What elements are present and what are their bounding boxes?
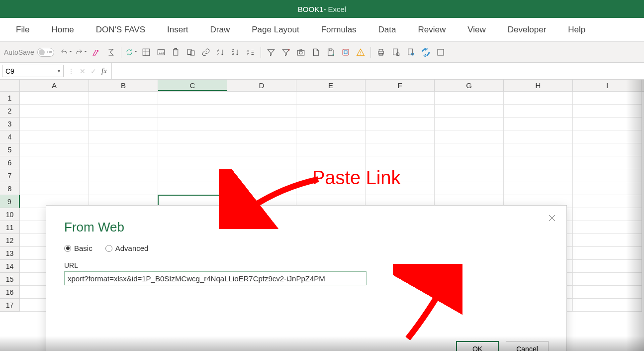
- cell[interactable]: [296, 92, 366, 105]
- addins-icon[interactable]: [340, 46, 352, 58]
- cell[interactable]: [20, 143, 89, 156]
- cell[interactable]: [573, 299, 642, 312]
- tab-insert[interactable]: Insert: [156, 18, 199, 41]
- paste-icon[interactable]: [170, 46, 182, 58]
- cell[interactable]: [20, 156, 89, 169]
- cell[interactable]: [366, 92, 435, 105]
- redo-icon[interactable]: [75, 46, 87, 58]
- cell[interactable]: [504, 130, 573, 143]
- cell[interactable]: [20, 182, 89, 195]
- cell[interactable]: [89, 156, 158, 169]
- cell[interactable]: [504, 182, 573, 195]
- cell[interactable]: [296, 105, 366, 117]
- sort-asc-icon[interactable]: AZ: [215, 46, 227, 58]
- cell[interactable]: [573, 247, 642, 260]
- row-header[interactable]: 7: [0, 169, 20, 182]
- cell[interactable]: [504, 105, 573, 117]
- cell[interactable]: [89, 117, 158, 130]
- tab-data[interactable]: Data: [368, 18, 407, 41]
- row-header[interactable]: 2: [0, 105, 20, 117]
- cell[interactable]: [20, 92, 89, 105]
- cell[interactable]: [158, 92, 227, 105]
- cell[interactable]: [573, 221, 642, 234]
- tab-home[interactable]: Home: [40, 18, 85, 41]
- cell[interactable]: [573, 182, 642, 195]
- chevron-down-icon[interactable]: ▾: [58, 68, 60, 74]
- cell[interactable]: [89, 105, 158, 117]
- autosave-toggle[interactable]: Off: [37, 48, 54, 57]
- col-header[interactable]: G: [435, 80, 504, 91]
- col-header[interactable]: B: [89, 80, 158, 91]
- radio-basic[interactable]: Basic: [64, 244, 92, 252]
- row-header[interactable]: 1: [0, 92, 20, 105]
- tab-help[interactable]: Help: [557, 18, 596, 41]
- cell[interactable]: [227, 169, 296, 182]
- cell[interactable]: [573, 234, 642, 247]
- clear-filter-icon[interactable]: [280, 46, 292, 58]
- sort-custom-icon[interactable]: AZ: [245, 46, 257, 58]
- tab-review[interactable]: Review: [407, 18, 457, 41]
- worksheet-grid[interactable]: A B C D E F G H I 1234567891011121314151…: [0, 80, 644, 351]
- new-file-icon[interactable]: [310, 46, 322, 58]
- page-setup-icon[interactable]: [405, 46, 417, 58]
- tab-dons-favs[interactable]: DON'S FAVS: [85, 18, 156, 41]
- cancel-button[interactable]: Cancel: [506, 341, 549, 351]
- cell[interactable]: [89, 92, 158, 105]
- name-box[interactable]: C9 ▾: [2, 65, 64, 77]
- tab-page-layout[interactable]: Page Layout: [241, 18, 310, 41]
- cell[interactable]: [366, 117, 435, 130]
- radio-advanced[interactable]: Advanced: [105, 244, 149, 252]
- cell[interactable]: [573, 130, 642, 143]
- tab-view[interactable]: View: [457, 18, 497, 41]
- cell[interactable]: [573, 195, 642, 208]
- fx-icon[interactable]: fx: [101, 67, 107, 75]
- cell[interactable]: [20, 130, 89, 143]
- cell[interactable]: [435, 105, 504, 117]
- tab-developer[interactable]: Developer: [497, 18, 557, 41]
- cell[interactable]: [435, 92, 504, 105]
- cell[interactable]: [227, 117, 296, 130]
- paste-special-icon[interactable]: [185, 46, 197, 58]
- save-as-icon[interactable]: [325, 46, 337, 58]
- cell[interactable]: [227, 92, 296, 105]
- cell[interactable]: [227, 105, 296, 117]
- cell[interactable]: [227, 130, 296, 143]
- cell[interactable]: [573, 273, 642, 286]
- cancel-formula-icon[interactable]: ✕: [80, 67, 86, 75]
- row-header[interactable]: 13: [0, 247, 20, 260]
- cell[interactable]: [20, 117, 89, 130]
- cell[interactable]: [366, 130, 435, 143]
- enter-formula-icon[interactable]: ✓: [91, 67, 96, 75]
- cell[interactable]: [89, 130, 158, 143]
- warning-icon[interactable]: [355, 46, 367, 58]
- cell[interactable]: [435, 130, 504, 143]
- cell[interactable]: [158, 169, 227, 182]
- filter-icon[interactable]: [265, 46, 277, 58]
- value-field-icon[interactable]: 123: [155, 46, 167, 58]
- select-all-corner[interactable]: [0, 80, 20, 91]
- col-header[interactable]: I: [573, 80, 642, 91]
- col-header[interactable]: D: [227, 80, 296, 91]
- cell[interactable]: [573, 105, 642, 117]
- cell[interactable]: [366, 143, 435, 156]
- cell[interactable]: [573, 260, 642, 273]
- row-header[interactable]: 3: [0, 117, 20, 130]
- cell[interactable]: [573, 92, 642, 105]
- cell[interactable]: [435, 156, 504, 169]
- link-icon[interactable]: [200, 46, 212, 58]
- cell[interactable]: [89, 169, 158, 182]
- cell[interactable]: [158, 117, 227, 130]
- refresh-icon[interactable]: [125, 46, 137, 58]
- row-header[interactable]: 9: [0, 195, 20, 208]
- cell[interactable]: [158, 130, 227, 143]
- col-header[interactable]: C: [158, 80, 227, 91]
- cell[interactable]: [573, 169, 642, 182]
- cell[interactable]: [227, 182, 296, 195]
- tab-file[interactable]: File: [5, 18, 40, 41]
- camera-icon[interactable]: [295, 46, 307, 58]
- tab-draw[interactable]: Draw: [199, 18, 241, 41]
- cell[interactable]: [158, 156, 227, 169]
- cell[interactable]: [504, 143, 573, 156]
- col-header[interactable]: H: [504, 80, 573, 91]
- cell[interactable]: [227, 143, 296, 156]
